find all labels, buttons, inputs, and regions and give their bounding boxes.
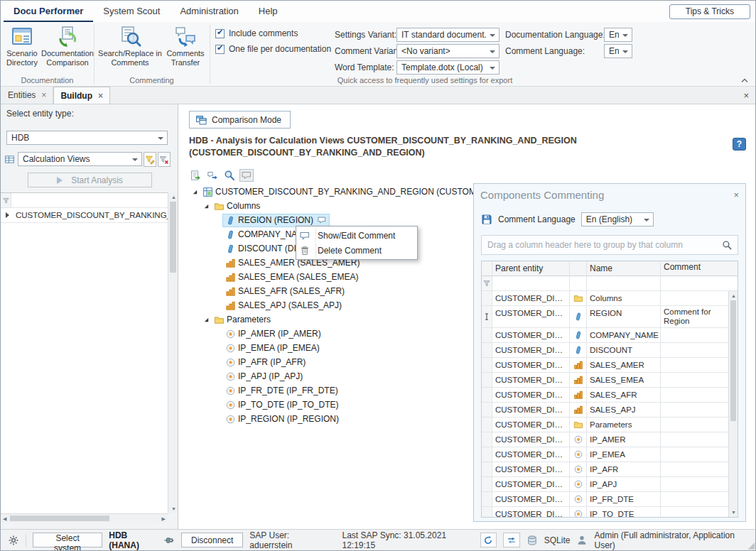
one-file-per-documentation-checkbox[interactable]: One file per documentation	[215, 44, 331, 54]
entity-type-select[interactable]: Calculation Views	[18, 152, 142, 166]
transfer-sync-button[interactable]	[503, 533, 520, 547]
comment-language-select[interactable]: En (English)	[581, 212, 654, 227]
context-menu-item-delete-comment[interactable]: Delete Comment	[296, 243, 417, 258]
comments-table-row[interactable]: CUSTOMER_DISCOUNT_BY_RANKING_AND_REGIONS…	[482, 403, 728, 418]
tree-item[interactable]: IP_TO_DTE (IP_TO_DTE)	[188, 398, 473, 412]
comment-variant-select[interactable]: <No variant>	[396, 44, 500, 58]
save-icon[interactable]	[481, 214, 492, 225]
tree-item-content: CUSTOMER_DISCOUNT_BY_RANKING_AND_REGION …	[200, 185, 473, 199]
export-documentation-button[interactable]	[188, 169, 202, 182]
comments-table-row[interactable]: CUSTOMER_DISCOUNT_BY_RANKING_AND_REGIONI…	[482, 432, 728, 447]
expander-icon[interactable]	[201, 315, 211, 324]
tree-item[interactable]: IP_REGION (IP_REGION)	[188, 412, 473, 426]
column-header-parent-entity[interactable]: Parent entity	[492, 261, 570, 276]
disconnect-button[interactable]: Disconnect	[181, 533, 243, 547]
start-analysis-button[interactable]: Start Analysis	[28, 173, 152, 187]
tree-item[interactable]: SALES_APJ (SALES_APJ)	[188, 298, 473, 312]
tree-item[interactable]: SALES_EMEA (SALES_EMEA)	[188, 270, 473, 284]
tree-item[interactable]: Columns	[188, 199, 473, 213]
documentation-language-label: Documentation Language:	[505, 30, 605, 40]
entity-filter-row[interactable]	[1, 193, 168, 208]
tab-entities[interactable]: Entities ×	[1, 87, 53, 104]
tree-item[interactable]: REGION (REGION)	[188, 213, 473, 227]
tab-buildup[interactable]: Buildup ×	[53, 87, 110, 104]
menu-docu-performer[interactable]: Docu Performer	[4, 1, 93, 22]
gear-icon[interactable]	[8, 535, 19, 546]
settings-variant-select[interactable]: IT standard document...	[396, 28, 500, 42]
menu-administration[interactable]: Administration	[170, 1, 248, 22]
ribbon-separator	[94, 25, 94, 84]
close-icon[interactable]: ×	[733, 190, 739, 200]
comments-table-row[interactable]: CUSTOMER_DISCOUNT_BY_RANKING_AND_REGIONS…	[482, 358, 728, 373]
close-icon[interactable]: ×	[41, 91, 46, 99]
tree-item-content: IP_AMER (IP_AMER)	[222, 327, 324, 341]
group-by-panel[interactable]: Drag a column header here to group by th…	[481, 235, 738, 255]
tips-tricks-button[interactable]: Tips & Tricks	[669, 4, 750, 19]
tree-item[interactable]: CUSTOMER_DISCOUNT_BY_RANKING_AND_REGION …	[188, 185, 473, 199]
close-icon[interactable]: ×	[98, 92, 103, 100]
entity-row[interactable]: CUSTOMER_DISCOUNT_BY_RANKING_AND_REGION	[1, 208, 168, 223]
filter-edit-button[interactable]	[144, 152, 156, 167]
cell-parent-entity: CUSTOMER_DISCOUNT_BY_RANKING_AND_REGION	[492, 306, 570, 328]
search-replace-comments-button[interactable]: Search/Replace in Comments	[97, 24, 163, 71]
comments-table-row[interactable]: CUSTOMER_DISCOUNT_BY_RANKING_AND_REGIOND…	[482, 343, 728, 358]
filter-gutter	[482, 276, 492, 291]
select-system-button[interactable]: Select system	[33, 533, 102, 547]
column-header-name[interactable]: Name	[587, 261, 661, 276]
column-header-icon[interactable]	[570, 261, 587, 276]
left-vertical-scrollbar[interactable]: ▲ ▼	[168, 192, 178, 513]
comments-table-row[interactable]: CUSTOMER_DISCOUNT_BY_RANKING_AND_REGIONS…	[482, 388, 728, 403]
include-comments-checkbox[interactable]: Include comments	[215, 28, 298, 38]
comment-language-ribbon-select[interactable]: En	[604, 44, 632, 58]
filter-clear-button[interactable]	[158, 152, 171, 167]
comments-transfer-button[interactable]: Comments Transfer	[163, 24, 207, 71]
close-icon[interactable]: ×	[743, 90, 749, 101]
menubar: Docu Performer System Scout Administrati…	[1, 1, 755, 22]
preview-button[interactable]	[222, 169, 237, 182]
expander-icon[interactable]	[190, 187, 200, 197]
sync-arrows-icon	[507, 535, 517, 545]
resize-grip[interactable]: ◢	[748, 540, 755, 550]
table-filter-row[interactable]	[482, 276, 738, 291]
comments-table-row[interactable]: CUSTOMER_DISCOUNT_BY_RANKING_AND_REGIONI…	[482, 462, 728, 477]
context-menu-item-show-edit-comment[interactable]: Show/Edit Comment	[296, 228, 417, 243]
tree-item[interactable]: IP_FR_DTE (IP_FR_DTE)	[188, 383, 473, 398]
tree-item[interactable]: IP_APJ (IP_APJ)	[188, 369, 473, 383]
menu-system-scout[interactable]: System Scout	[93, 1, 170, 22]
refresh-sync-button[interactable]	[480, 533, 497, 547]
comments-table-row[interactable]: CUSTOMER_DISCOUNT_BY_RANKING_AND_REGIONI…	[482, 447, 728, 462]
help-button[interactable]: ?	[733, 138, 746, 151]
expander-icon[interactable]	[201, 201, 211, 211]
menu-help[interactable]: Help	[249, 1, 288, 22]
column-header-comment[interactable]: Comment	[661, 261, 738, 276]
tree-item[interactable]: Parameters	[188, 312, 473, 327]
comments-table-row[interactable]: CUSTOMER_DISCOUNT_BY_RANKING_AND_REGIONI…	[482, 477, 728, 492]
tree-item[interactable]: IP_AMER (IP_AMER)	[188, 327, 473, 341]
show-comments-toggle[interactable]	[239, 169, 254, 182]
table-scrollbar[interactable]: ▲ ▼	[728, 291, 738, 517]
system-select[interactable]: HDB	[6, 131, 168, 145]
comments-table-row[interactable]: CUSTOMER_DISCOUNT_BY_RANKING_AND_REGIONI…	[482, 507, 728, 518]
row-expander-icon[interactable]	[6, 212, 12, 218]
word-template-select[interactable]: Template.dotx (Local)	[396, 60, 500, 75]
documentation-comparison-button[interactable]: Documentation Comparison	[42, 24, 93, 71]
tree-item[interactable]: SALES_AFR (SALES_AFR)	[188, 284, 473, 298]
comments-table-row[interactable]: CUSTOMER_DISCOUNT_BY_RANKING_AND_REGIONC…	[482, 291, 728, 306]
tree-item[interactable]: IP_AFR (IP_AFR)	[188, 355, 473, 369]
scenario-directory-button[interactable]: Scenario Directory	[2, 24, 42, 71]
tree-item[interactable]: IP_EMEA (IP_EMEA)	[188, 341, 473, 355]
cell-parent-entity: CUSTOMER_DISCOUNT_BY_RANKING_AND_REGION	[492, 507, 570, 518]
collapse-ribbon-icon[interactable]	[738, 75, 751, 86]
cell-comment	[661, 507, 728, 518]
comments-table-row[interactable]: CUSTOMER_DISCOUNT_BY_RANKING_AND_REGIONP…	[482, 418, 728, 432]
expander-spacer	[212, 300, 222, 310]
transfer-comments-button[interactable]	[205, 169, 220, 182]
left-horizontal-scrollbar[interactable]: ◀ ▶	[1, 513, 168, 523]
comments-table-row[interactable]: CUSTOMER_DISCOUNT_BY_RANKING_AND_REGIONS…	[482, 373, 728, 388]
comparison-mode-button[interactable]: Comparison Mode	[189, 111, 291, 129]
comments-table-row[interactable]: CUSTOMER_DISCOUNT_BY_RANKING_AND_REGIONR…	[482, 306, 728, 328]
comments-table-row[interactable]: CUSTOMER_DISCOUNT_BY_RANKING_AND_REGIONI…	[482, 492, 728, 507]
search-icon[interactable]	[722, 240, 732, 250]
documentation-language-select[interactable]: En	[604, 28, 632, 42]
comments-table-row[interactable]: CUSTOMER_DISCOUNT_BY_RANKING_AND_REGIONC…	[482, 328, 728, 343]
